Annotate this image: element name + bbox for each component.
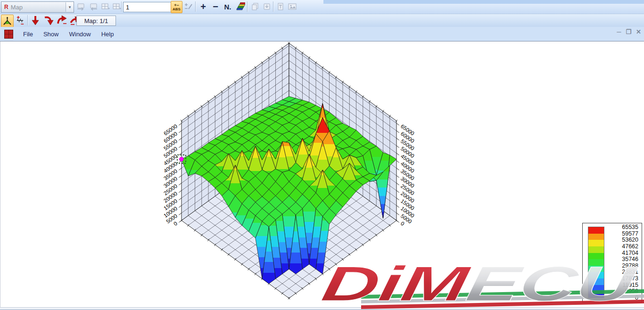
chevron-down-icon[interactable]: ▾ [66,2,74,12]
legend-value: 53620 [605,237,638,243]
paste-icon [263,2,271,11]
close-icon[interactable]: ✕ [636,28,641,35]
legend-band [588,234,604,240]
toolbar-separator [121,1,122,12]
normalize-button[interactable]: N. [222,1,233,12]
image-icon [288,2,297,11]
legend-band [588,278,604,285]
text-page-icon [277,2,284,11]
edit-values-button[interactable] [183,1,193,12]
menu-help[interactable]: Help [96,27,119,41]
legend-band [588,259,604,266]
table-view-prev-button[interactable] [100,1,111,12]
legend-value: 5958 [605,288,638,294]
legend-band [588,240,604,246]
menu-show[interactable]: Show [38,27,64,41]
arrow-curve-down-icon [43,15,54,26]
arrow-curve-right-icon [56,15,67,26]
z-tick-label-right: 0 [400,220,405,227]
legend-band [588,246,604,253]
mdi-window-controls: ─ ❐ ✕ [617,28,641,35]
legend-colorbar [588,227,604,298]
map-counter-label: Map: 1/1 [76,16,116,26]
legend-band [588,253,604,260]
rotate-left-button[interactable] [56,15,67,26]
legend-value: 65535 [605,224,638,230]
menu-window[interactable]: Window [64,27,96,41]
toolbar-separator [273,1,273,12]
legend-value: 11915 [605,282,638,288]
menu-file[interactable]: File [18,27,38,41]
legend-band [588,272,604,278]
rotate-down-button[interactable] [29,15,41,26]
map-compare-forward-button[interactable] [88,1,99,12]
copy-icon [251,2,259,11]
toolbar-separator [27,15,28,25]
color-palette-button[interactable] [234,1,246,12]
map-forward-icon [89,2,98,11]
map-window-icon [4,30,13,39]
toolbar-separator [247,1,248,12]
map-back-icon [76,2,86,11]
legend-value: 59577 [605,231,638,237]
value-input-text: 1 [126,4,129,11]
map-select-combo[interactable]: R Map ▾ [1,1,74,13]
table-prev-icon [101,2,110,11]
value-input[interactable]: 1 [123,2,172,12]
decrease-button[interactable]: − [210,1,221,12]
abs-mode-toggle[interactable]: +− ABS [171,1,182,13]
menu-bar: File Show Window Help [0,27,644,41]
window-bottom-border [0,307,644,310]
surface-plot[interactable]: 0050005000100001000015000150002000020000… [0,41,644,307]
legend-value: 29788 [605,263,638,269]
map-combo-value: Map [11,4,66,11]
application-window: R Map ▾ [0,0,644,310]
toolbar-separator [195,1,196,12]
arrow-down-icon [30,15,41,26]
table-next-icon [112,2,122,11]
minimize-icon[interactable]: ─ [617,28,621,35]
legend-value: 17873 [605,276,638,282]
legend-band [588,266,604,272]
axes-3d-icon [2,16,12,26]
legend-value: 23831 [605,269,638,275]
legend-value: 41704 [605,250,638,256]
toolbar-main: R Map ▾ [0,0,644,14]
copy-button[interactable] [249,1,260,12]
view-3d-button[interactable] [1,15,14,27]
paste-special-button[interactable] [261,1,272,12]
text-report-button[interactable] [275,1,286,12]
restore-icon[interactable]: ❐ [626,28,631,35]
legend-value: 0 [605,295,638,301]
increase-button[interactable]: + [198,1,209,12]
export-image-button[interactable] [287,1,298,12]
legend-band [588,285,604,292]
legend-band [588,227,604,234]
legend-band [588,291,604,298]
axes-scale-button[interactable] [14,15,26,26]
z-tick-label-left: 0 [173,220,178,227]
color-scale-legend: 6553559577536204766241704357462978823831… [582,223,642,302]
edit-values-icon [183,2,193,11]
legend-value: 35746 [605,256,638,262]
map-compare-back-button[interactable] [75,1,87,12]
tilt-down-button[interactable] [42,15,54,26]
legend-value: 47662 [605,244,638,250]
toolbar-view: Map: 1/1 [0,14,644,27]
axes-plus-minus-icon [15,16,25,25]
titlebar-shade [323,0,644,4]
map-type-letter: R [4,4,8,10]
palette-icon [235,2,245,11]
